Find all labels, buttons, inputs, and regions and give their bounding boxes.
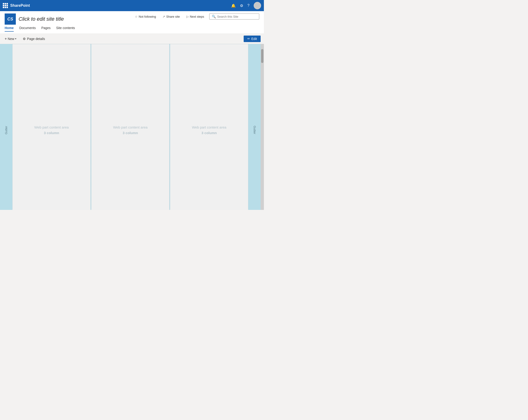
nav-site-contents[interactable]: Site contents — [56, 26, 75, 32]
pencil-icon: ✏ — [247, 37, 250, 40]
nav-home[interactable]: Home — [5, 26, 14, 32]
next-steps-button[interactable]: ▷ Next steps — [185, 14, 205, 19]
site-title[interactable]: Click to edit site title — [19, 16, 64, 22]
site-header: CS Click to edit site title ☆ Not follow… — [0, 11, 264, 34]
site-header-top: CS Click to edit site title ☆ Not follow… — [5, 13, 259, 25]
share-site-button[interactable]: ↗ Share site — [161, 14, 181, 19]
top-bar-right: 🔔 ⚙ ? — [231, 2, 261, 9]
site-logo-area: CS Click to edit site title — [5, 13, 64, 25]
next-steps-icon: ▷ — [186, 15, 189, 18]
page-details-button[interactable]: ⚙ Page details — [21, 36, 46, 42]
top-bar-left: SharePoint — [3, 3, 30, 8]
toolbar-left: + New ▾ ⚙ Page details — [3, 36, 46, 42]
column-3: Web part content area 3 column — [170, 44, 248, 210]
edit-button[interactable]: ✏ Edit — [244, 36, 261, 42]
help-icon[interactable]: ? — [247, 3, 250, 8]
settings-icon[interactable]: ⚙ — [240, 3, 243, 8]
search-box[interactable]: 🔍 — [209, 13, 259, 20]
search-icon: 🔍 — [212, 15, 216, 18]
share-icon: ↗ — [163, 15, 165, 18]
site-navigation: Home Documents Pages Site contents — [5, 26, 259, 34]
not-following-button[interactable]: ☆ Not following — [133, 14, 157, 19]
scrollbar-thumb[interactable] — [261, 49, 264, 63]
columns-area: Web part content area 3 column Web part … — [12, 44, 249, 210]
column-2: Web part content area 3 column — [91, 44, 169, 210]
nav-documents[interactable]: Documents — [19, 26, 36, 32]
new-button[interactable]: + New ▾ — [3, 36, 18, 42]
app-title: SharePoint — [10, 3, 30, 8]
top-navigation-bar: SharePoint 🔔 ⚙ ? — [0, 0, 264, 11]
column-2-label: Web part content area 3 column — [113, 125, 147, 136]
scrollbar[interactable] — [261, 44, 264, 210]
page-content: Gutter Web part content area 3 column We… — [0, 44, 264, 210]
page-toolbar: + New ▾ ⚙ Page details ✏ Edit — [0, 34, 264, 44]
site-logo[interactable]: CS — [5, 13, 16, 25]
gutter-left: Gutter — [0, 44, 12, 210]
avatar[interactable] — [254, 2, 261, 9]
chevron-down-icon: ▾ — [15, 37, 16, 40]
site-header-actions: ☆ Not following ↗ Share site ▷ Next step… — [133, 13, 259, 20]
column-1: Web part content area 3 column — [12, 44, 91, 210]
waffle-icon[interactable] — [3, 3, 8, 8]
gutter-right: Gutter — [249, 44, 261, 210]
nav-pages[interactable]: Pages — [41, 26, 51, 32]
search-input[interactable] — [217, 15, 257, 18]
bell-icon[interactable]: 🔔 — [231, 3, 236, 8]
gear-icon: ⚙ — [23, 37, 26, 41]
plus-icon: + — [5, 37, 7, 41]
column-3-label: Web part content area 3 column — [192, 125, 226, 136]
star-icon: ☆ — [135, 15, 138, 18]
column-1-label: Web part content area 3 column — [34, 125, 69, 136]
